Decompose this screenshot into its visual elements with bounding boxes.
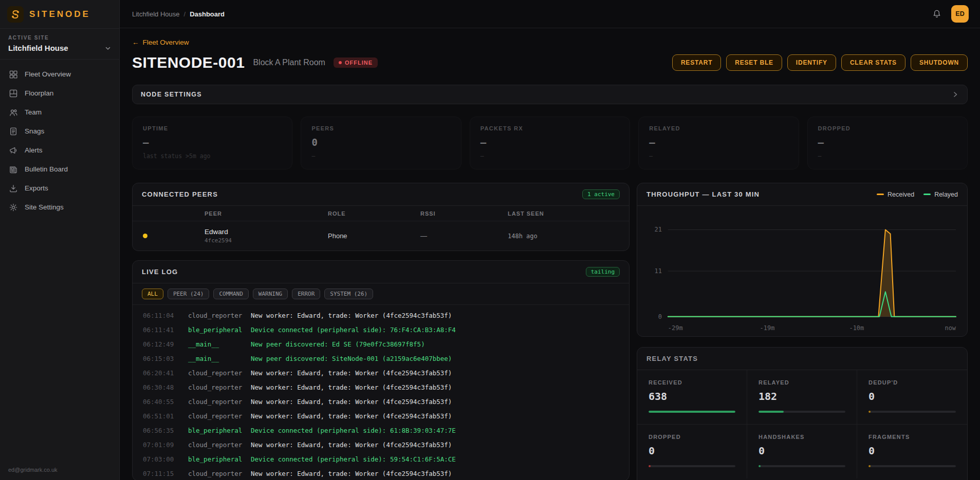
avatar[interactable]: ED [951,5,969,23]
sidebar-item-fleet-overview[interactable]: Fleet Overview [0,65,119,84]
relay-stat-value: 0 [649,445,735,457]
download-icon [9,184,18,193]
breadcrumb-current: Dashboard [190,10,225,18]
throughput-panel: THROUGHPUT — LAST 30 MIN ReceivedRelayed… [637,183,968,337]
peers-col-role: ROLE [328,210,420,217]
back-link-fleet-overview[interactable]: ← Fleet Overview [132,39,189,46]
sidebar-item-label: Team [25,108,42,116]
relay-stat-bar [868,411,956,413]
stat-sub: — [311,152,450,160]
log-source: cloud_reporter [188,383,251,391]
sidebar-item-floorplan[interactable]: Floorplan [0,84,119,103]
notifications-bell-icon[interactable] [932,9,942,19]
sidebar-item-exports[interactable]: Exports [0,179,119,198]
log-message: New worker: Edward, trade: Worker (4fce2… [251,383,629,391]
stat-sub: — [649,152,788,160]
clear-stats-button[interactable]: CLEAR STATS [841,54,905,71]
stat-label: DROPPED [818,125,957,131]
connected-peers-panel: CONNECTED PEERS 1 active PEERROLERSSILAS… [132,183,630,251]
log-time: 06:11:04 [143,312,188,319]
log-message: Device connected (peripheral side): 61:8… [251,427,629,434]
relay-stat-fragments: FRAGMENTS0 [857,425,967,478]
stat-card-packets-rx: PACKETS RX—— [470,117,630,169]
relay-stat-bar [759,411,845,413]
sidebar: SITENODE ACTIVE SITE Litchfield House Fl… [0,0,120,480]
log-entry: 06:15:03__main__New peer discovered: Sit… [133,351,629,366]
log-filter-all[interactable]: ALL [142,289,163,299]
identify-button[interactable]: IDENTIFY [787,54,836,71]
floorplan-icon [9,89,18,98]
log-time: 06:11:41 [143,326,188,334]
log-time: 07:03:00 [143,455,188,463]
reset-ble-button[interactable]: RESET BLE [726,54,782,71]
log-message: New worker: Edward, trade: Worker (4fce2… [251,398,629,406]
log-time: 06:30:48 [143,383,188,391]
active-site-block: ACTIVE SITE Litchfield House [0,28,119,60]
log-message: Device connected (peripheral side): 59:5… [251,455,629,463]
log-message: New worker: Edward, trade: Worker (4fce2… [251,441,629,449]
legend-label: Received [887,191,914,198]
stat-label: RELAYED [649,125,788,131]
svg-text:now: now [945,324,956,332]
svg-text:0: 0 [658,313,662,320]
log-message: Device connected (peripheral side): 76:F… [251,326,629,334]
relay-stat-value: 182 [759,390,845,402]
sidebar-item-alerts[interactable]: Alerts [0,141,119,160]
log-entry: 06:56:35ble_peripheralDevice connected (… [133,423,629,437]
relay-stat-bar-fill [868,465,871,467]
brand-name: SITENODE [29,9,90,20]
back-arrow-icon: ← [132,39,139,46]
svg-text:21: 21 [654,226,661,233]
left-column: CONNECTED PEERS 1 active PEERROLERSSILAS… [132,183,630,480]
legend-label: Relayed [934,191,958,198]
log-time: 06:40:55 [143,398,188,406]
chevron-right-icon [952,91,959,98]
right-column: THROUGHPUT — LAST 30 MIN ReceivedRelayed… [637,183,968,480]
svg-text:-29m: -29m [668,324,683,332]
log-time: 06:12:49 [143,340,188,348]
legend-relayed: Relayed [923,191,958,198]
log-filter-warning[interactable]: WARNING [253,289,288,299]
sidebar-item-snags[interactable]: Snags [0,122,119,141]
stat-sub: — [818,152,957,160]
log-source: __main__ [188,355,251,362]
node-settings-bar[interactable]: NODE SETTINGS [132,85,968,104]
peer-row[interactable]: Edward4fce2594Phone—148h ago [133,221,629,251]
peer-name-cell: Edward4fce2594 [205,228,328,244]
connected-peers-title: CONNECTED PEERS [142,190,218,198]
log-source: cloud_reporter [188,398,251,406]
status-dot [339,61,342,64]
brand-logo[interactable]: SITENODE [0,0,119,28]
sidebar-item-label: Alerts [25,146,43,154]
sitenode-logo-icon [7,6,24,23]
relay-stat-bar-fill [759,465,761,467]
log-filter-command[interactable]: COMMAND [213,289,248,299]
log-time: 06:56:35 [143,427,188,434]
page-subtitle: Block A Plant Room [253,58,325,67]
tailing-badge: tailing [586,267,620,277]
log-source: cloud_reporter [188,470,251,477]
log-filter-peer-24[interactable]: PEER (24) [168,289,210,299]
log-source: ble_peripheral [188,326,251,334]
breadcrumb-site[interactable]: Litchfield House [132,10,180,18]
log-message: New worker: Edward, trade: Worker (4fce2… [251,412,629,420]
sidebar-item-bulletin-board[interactable]: Bulletin Board [0,160,119,179]
active-site-selector[interactable]: Litchfield House [8,44,111,52]
restart-button[interactable]: RESTART [672,54,721,71]
user-email: ed@gridmark.co.uk [0,459,119,480]
sidebar-item-site-settings[interactable]: Site Settings [0,198,119,217]
relay-stat-value: 0 [868,445,956,457]
peers-table-header: PEERROLERSSILAST SEEN [133,206,629,221]
log-filter-error[interactable]: ERROR [292,289,320,299]
team-icon [9,108,18,117]
stat-card-relayed: RELAYED—— [638,117,799,169]
peer-role: Phone [328,232,420,240]
sidebar-item-team[interactable]: Team [0,103,119,122]
relay-stat-value: 0 [759,445,845,457]
node-actions: RESTARTRESET BLEIDENTIFYCLEAR STATSSHUTD… [672,54,968,71]
stat-value: — [480,137,619,148]
relay-stat-value: 0 [868,390,956,402]
log-time: 06:15:03 [143,355,188,362]
shutdown-button[interactable]: SHUTDOWN [911,54,968,71]
log-filter-system-26[interactable]: SYSTEM (26) [324,289,373,299]
